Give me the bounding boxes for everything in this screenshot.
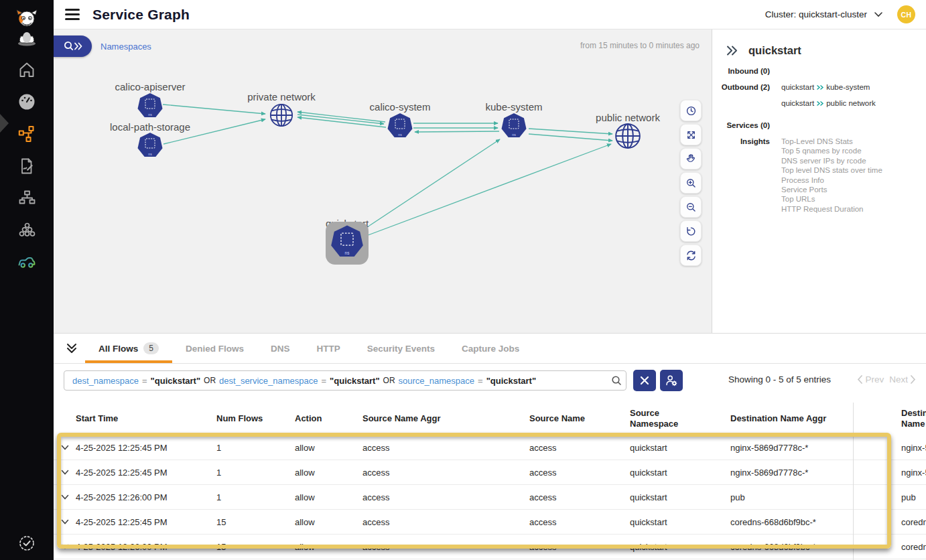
- sidebar: [0, 0, 54, 560]
- zoom-in-icon: [685, 177, 698, 190]
- outbound-label: Outbound (2): [712, 82, 770, 115]
- prev-button[interactable]: Prev: [857, 374, 884, 384]
- table-row[interactable]: 4-25-2025 12:25:45 PM 1 allow access acc…: [54, 435, 926, 460]
- col-start-time[interactable]: Start Time: [76, 413, 216, 424]
- outbound-to: public network: [826, 98, 876, 109]
- table-row[interactable]: 4-25-2025 12:26:00 PM 1 allow access acc…: [54, 485, 926, 510]
- outbound-from: quickstart: [781, 82, 814, 92]
- namespace-node-quickstart[interactable]: ns: [330, 224, 365, 263]
- double-chevron-down-icon: [66, 343, 78, 354]
- table-row[interactable]: 4-25-2025 12:26:00 PM 15 allow access ac…: [54, 535, 926, 559]
- table-row[interactable]: 4-25-2025 12:25:45 PM 15 allow access ac…: [54, 510, 926, 535]
- outbound-entry: quickstart public network: [781, 98, 876, 109]
- home-icon[interactable]: [17, 60, 36, 82]
- collapse-panel-button[interactable]: [726, 45, 738, 56]
- expand-row-button[interactable]: [61, 544, 76, 550]
- dashboard-icon[interactable]: [17, 92, 36, 114]
- col-action[interactable]: Action: [295, 413, 362, 424]
- table-row[interactable]: 4-25-2025 12:25:45 PM 1 allow access acc…: [54, 460, 926, 485]
- col-source-name-aggr[interactable]: Source Name Aggr: [362, 413, 529, 424]
- details-title: quickstart: [748, 44, 801, 57]
- graph-toolbar: [680, 100, 702, 266]
- tab-all-flows[interactable]: All Flows 5: [85, 334, 172, 363]
- col-num-flows[interactable]: Num Flows: [216, 413, 295, 424]
- clear-filter-button[interactable]: [633, 370, 656, 391]
- graph-search-button[interactable]: [54, 36, 92, 57]
- tab-security-events[interactable]: Security Events: [354, 334, 448, 363]
- chevron-down-icon: [874, 12, 882, 17]
- chevron-down-icon: [61, 445, 69, 451]
- col-dest-name[interactable]: Destination Name: [901, 408, 926, 429]
- time-range-label: from 15 minutes to 0 minutes ago: [580, 41, 700, 50]
- outbound-to: kube-system: [826, 82, 870, 92]
- pan-button[interactable]: [680, 148, 702, 169]
- chevron-down-icon: [61, 544, 69, 550]
- network-icon[interactable]: [17, 189, 36, 210]
- col-dest-name-aggr[interactable]: Destination Name Aggr: [730, 413, 901, 424]
- col-source-name[interactable]: Source Name: [529, 413, 630, 424]
- svg-text:ns: ns: [398, 133, 402, 137]
- cluster-selector[interactable]: Cluster: quickstart-cluster: [765, 9, 882, 19]
- chevron-down-icon: [61, 519, 69, 525]
- svg-text:ns: ns: [345, 251, 350, 255]
- expand-row-button[interactable]: [61, 519, 76, 525]
- namespace-node-kube-system[interactable]: ns: [501, 112, 527, 143]
- search-icon[interactable]: [611, 375, 622, 386]
- node-label: local-path-storage: [110, 121, 190, 133]
- flow-direction-icon: [816, 84, 824, 90]
- components-icon[interactable]: [17, 221, 36, 242]
- service-graph-canvas[interactable]: calico-apiserver local-path-storage priv…: [54, 29, 712, 333]
- service-graph-icon[interactable]: [17, 125, 36, 146]
- expand-row-button[interactable]: [61, 494, 76, 500]
- customize-columns-button[interactable]: [660, 370, 683, 391]
- col-source-namespace[interactable]: Source Namespace: [630, 408, 730, 429]
- network-node-private[interactable]: [269, 102, 294, 131]
- insight-item: Process Info: [781, 176, 882, 185]
- expand-icon: [685, 129, 698, 141]
- expand-row-button[interactable]: [61, 470, 76, 476]
- time-settings-button[interactable]: [680, 100, 702, 121]
- expand-row-button[interactable]: [61, 445, 76, 451]
- tab-http[interactable]: HTTP: [303, 334, 353, 363]
- calico-logo: [13, 9, 41, 50]
- table-header: Start Time Num Flows Action Source Name …: [54, 403, 926, 435]
- zoom-out-button[interactable]: [680, 196, 702, 218]
- zoom-in-button[interactable]: [680, 172, 702, 194]
- svg-text:ns: ns: [148, 113, 152, 117]
- insight-item: Service Ports: [781, 185, 882, 194]
- namespace-node-calico-system[interactable]: ns: [387, 112, 413, 143]
- node-label: calico-system: [370, 101, 431, 113]
- page-title: Service Graph: [92, 7, 190, 23]
- car-icon[interactable]: [17, 253, 37, 274]
- collapse-flows-button[interactable]: [66, 343, 78, 354]
- fit-view-button[interactable]: [680, 124, 702, 145]
- namespace-node-local-path-storage[interactable]: ns: [137, 131, 163, 162]
- menu-icon[interactable]: [65, 6, 80, 23]
- verified-icon[interactable]: [17, 534, 36, 555]
- network-node-public[interactable]: [614, 122, 642, 153]
- undo-layout-button[interactable]: [680, 220, 702, 242]
- next-button[interactable]: Next: [889, 374, 916, 384]
- chevron-left-icon: [857, 375, 862, 384]
- refresh-button[interactable]: [680, 244, 702, 266]
- active-nav-notch: [0, 114, 9, 133]
- search-icon: [64, 42, 72, 50]
- pagination-summary: Showing 0 - 5 of 5 entries: [728, 374, 831, 384]
- svg-text:ns: ns: [148, 152, 152, 156]
- chevron-right-icon: [911, 375, 916, 384]
- clock-icon: [685, 104, 698, 117]
- insight-item: Top level DNS stats over time: [781, 165, 882, 175]
- tab-capture-jobs[interactable]: Capture Jobs: [448, 334, 533, 363]
- policies-icon[interactable]: [17, 157, 36, 178]
- refresh-icon: [685, 249, 698, 262]
- tab-denied-flows[interactable]: Denied Flows: [172, 334, 257, 363]
- undo-icon: [685, 225, 698, 238]
- breadcrumb[interactable]: Namespaces: [101, 42, 151, 52]
- avatar[interactable]: CH: [897, 5, 915, 23]
- namespace-node-calico-apiserver[interactable]: ns: [137, 92, 163, 123]
- inbound-label: Inbound (0): [712, 66, 770, 76]
- filter-query-input[interactable]: dest_namespace = "quickstart" OR dest_se…: [64, 370, 626, 391]
- insight-item: DNS server IPs by rcode: [781, 156, 882, 165]
- svg-text:ns: ns: [512, 133, 516, 137]
- tab-dns[interactable]: DNS: [257, 334, 304, 363]
